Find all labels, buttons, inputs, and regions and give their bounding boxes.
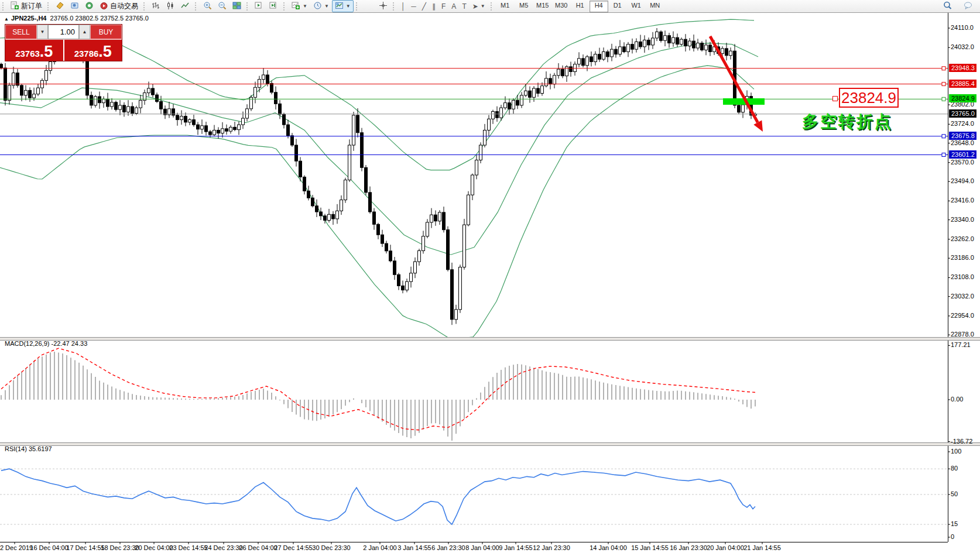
bollinger-middle-band xyxy=(0,43,758,255)
price-badge-23601.2: 23601.2 xyxy=(949,150,976,159)
time-axis-label: 15 Jan 14:55 xyxy=(631,544,669,551)
collapse-panel-icon[interactable]: ▲ xyxy=(4,16,9,22)
axis-tick-label: 0.00 xyxy=(951,396,963,403)
price-badge-23675.8: 23675.8 xyxy=(949,132,976,140)
axis-tick-label: 23262.0 xyxy=(951,235,974,242)
time-axis-label: 16 Dec 04:00 xyxy=(30,544,68,551)
macd-indicator-label: MACD(12,26,9) -22.47 24.33 xyxy=(5,340,87,347)
axis-tick-label: 23032.0 xyxy=(951,293,974,300)
line-handle[interactable] xyxy=(942,153,945,157)
macd-signal-line xyxy=(1,348,755,430)
axis-tick-label: 23648.0 xyxy=(951,139,974,146)
axis-tick-label: 22954.0 xyxy=(951,312,974,319)
buy-button[interactable]: BUY xyxy=(90,25,122,39)
line-handle[interactable] xyxy=(942,67,945,70)
buy-price-frac: .5 xyxy=(98,44,112,59)
sell-price-int: 23763 xyxy=(15,48,40,59)
axis-tick-label: 23340.0 xyxy=(951,216,974,223)
time-axis-label: 20 Jan 04:00 xyxy=(707,544,744,551)
axis-tick-label: -136.72 xyxy=(951,438,972,445)
price-badge-23765.0: 23765.0 xyxy=(949,109,976,118)
chart-canvas[interactable] xyxy=(0,0,980,553)
price-annotation-box[interactable]: 23824.9 xyxy=(839,88,899,108)
sell-price[interactable]: 23763 .5 xyxy=(5,40,64,61)
sell-button[interactable]: SELL xyxy=(5,25,37,39)
axis-tick-label: 23186.0 xyxy=(951,254,974,261)
rsi-indicator-label: RSI(14) 35.6197 xyxy=(5,445,52,452)
time-axis-label: 21 Jan 14:55 xyxy=(743,544,781,551)
volume-increase-button[interactable]: ▲ xyxy=(79,25,90,39)
axis-tick-label: 177.21 xyxy=(951,341,971,348)
panel-splitter-macd[interactable] xyxy=(0,337,980,341)
macd-panel xyxy=(1,348,755,441)
time-axis-label: 27 Dec 14:55 xyxy=(274,544,312,551)
time-axis-label: 30 Dec 23:30 xyxy=(312,544,350,551)
line-handle[interactable] xyxy=(942,97,945,101)
axis-tick-label: 50 xyxy=(951,490,958,497)
axis-tick-label: 24032.0 xyxy=(951,43,974,50)
axis-tick-label: 23416.0 xyxy=(951,197,974,204)
time-axis-label: 3 Jan 14:55 xyxy=(398,544,431,551)
mt4-application: 新订单自动交易▼▼▼│─╱∥FAT➤▼M1M5M15M30H1H4D1W1MN … xyxy=(0,0,980,553)
line-handle[interactable] xyxy=(942,83,945,86)
rsi-line xyxy=(1,469,755,524)
axis-tick-label: 80 xyxy=(951,465,958,472)
symbol-name: JPN225-,H4 xyxy=(11,15,47,22)
axis-tick-label: 100 xyxy=(951,448,961,455)
trend-arrow-line[interactable] xyxy=(710,36,758,122)
time-axis-label: 14 Jan 04:00 xyxy=(590,544,627,551)
price-badge-23824.9: 23824.9 xyxy=(949,94,976,102)
time-axis-label: 16 Jan 23:30 xyxy=(670,544,707,551)
axis-tick-label: 15 xyxy=(951,520,958,527)
time-axis-label: 24 Dec 23:30 xyxy=(204,544,242,551)
axis-tick-label: 23108.0 xyxy=(951,273,974,280)
line-handle[interactable] xyxy=(942,135,945,138)
panel-splitter-rsi[interactable] xyxy=(0,442,980,446)
time-axis-label: 17 Dec 14:55 xyxy=(66,544,104,551)
time-axis-label: 18 Dec 23:30 xyxy=(101,544,139,551)
annotation-handle[interactable] xyxy=(832,96,838,101)
symbol-ohlc-label: ▲JPN225-,H4 23765.0 23802.5 23752.5 2376… xyxy=(4,15,149,22)
buy-price-int: 23786 xyxy=(74,48,99,59)
price-badge-23948.3: 23948.3 xyxy=(949,64,976,72)
volume-decrease-button[interactable]: ▼ xyxy=(37,25,48,39)
time-axis-label: 26 Dec 04:00 xyxy=(239,544,277,551)
axis-tick-label: 23724.0 xyxy=(951,120,974,127)
time-axis-label: 2 Jan 04:00 xyxy=(363,544,397,551)
rsi-panel xyxy=(0,469,948,524)
time-axis-label: 12 Dec 2019 xyxy=(0,544,33,551)
main-price-chart xyxy=(0,19,758,339)
time-axis-label: 12 Jan 23:30 xyxy=(533,544,570,551)
chinese-annotation-text[interactable]: 多空转折点 xyxy=(802,111,893,133)
axis-tick-label: 23570.0 xyxy=(951,159,974,166)
time-axis-label: 23 Dec 14:55 xyxy=(169,544,207,551)
axis-tick-label: 0 xyxy=(951,533,954,540)
price-badge-23885.4: 23885.4 xyxy=(949,80,976,88)
axis-tick-label: 22878.0 xyxy=(951,331,974,338)
one-click-trading-panel: SELL ▼ ▲ BUY 23763 .5 23786 .5 xyxy=(5,24,122,61)
axis-tick-label: 24110.0 xyxy=(951,24,974,31)
sell-price-frac: .5 xyxy=(40,44,53,59)
time-axis-label: 8 Jan 04:00 xyxy=(465,544,499,551)
buy-price[interactable]: 23786 .5 xyxy=(64,40,122,61)
ohlc-values: 23765.0 23802.5 23752.5 23765.0 xyxy=(50,15,149,22)
volume-input[interactable] xyxy=(48,25,79,39)
axis-tick-label: 23494.0 xyxy=(951,177,974,184)
time-axis-label: 9 Jan 14:55 xyxy=(499,544,533,551)
time-axis-label: 6 Jan 23:30 xyxy=(431,544,465,551)
time-axis-label: 20 Dec 04:00 xyxy=(135,544,173,551)
candlesticks xyxy=(0,28,757,325)
